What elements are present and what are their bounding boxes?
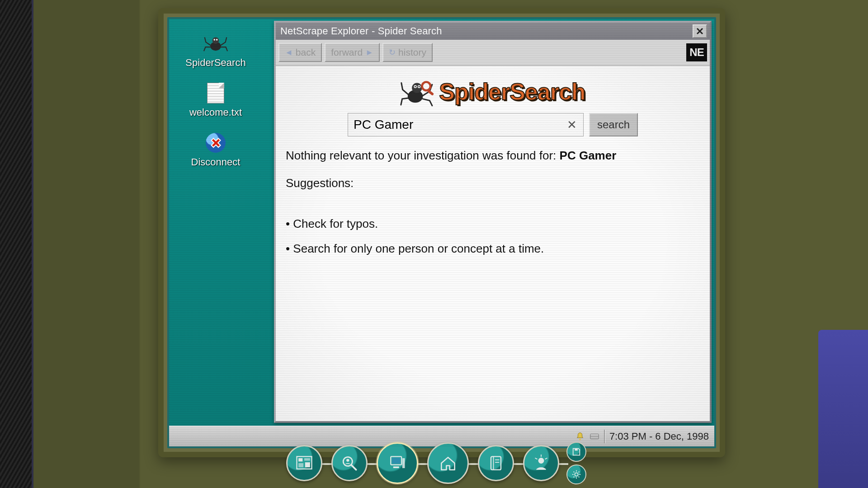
browser-toolbar: ◄ back forward ► ↻ history NE: [276, 40, 710, 66]
computer-icon: [387, 453, 407, 473]
home-icon: [438, 453, 458, 473]
magnifier-person-icon: [340, 453, 359, 473]
floppy-icon: [571, 447, 581, 457]
arrow-left-icon: ◄: [285, 48, 293, 57]
taskbar-clock: 7:03 PM - 6 Dec, 1998: [609, 431, 712, 442]
arrow-right-icon: ►: [365, 48, 373, 57]
nav-computer-button[interactable]: [377, 442, 418, 484]
svg-rect-24: [392, 458, 400, 464]
clear-search-button[interactable]: ✕: [565, 118, 579, 132]
close-icon: ✕: [567, 118, 577, 131]
browser-viewport: SpiderSearch ✕ search Nothin: [276, 66, 710, 421]
svg-rect-26: [402, 458, 405, 468]
spidersearch-wordmark: SpiderSearch: [439, 78, 585, 105]
no-results-message: Nothing relevant to your investigation w…: [286, 148, 700, 163]
gear-icon: [571, 469, 581, 479]
browser-window: NetScrape Explorer - Spider Search ◄ bac…: [274, 21, 712, 423]
desktop-icon-label: welcome.txt: [177, 107, 254, 118]
caseboard-icon: [294, 453, 314, 473]
back-label: back: [296, 47, 316, 58]
search-input[interactable]: [353, 117, 565, 132]
thinking-person-icon: [531, 453, 551, 473]
nav-search-button[interactable]: [331, 445, 368, 481]
svg-point-22: [346, 459, 349, 461]
search-results: Nothing relevant to your investigation w…: [286, 148, 700, 256]
search-box[interactable]: ✕: [348, 113, 584, 136]
svg-line-43: [574, 477, 575, 478]
svg-rect-25: [393, 466, 399, 468]
suggestion-text: Check for typos.: [293, 217, 378, 230]
titlebar[interactable]: NetScrape Explorer - Spider Search: [276, 23, 710, 40]
no-results-prefix: Nothing relevant to your investigation w…: [286, 149, 560, 162]
room-chair-arm: [818, 330, 868, 488]
nav-caseboard-button[interactable]: [286, 445, 322, 481]
history-label: history: [398, 47, 426, 58]
window-title: NetScrape Explorer - Spider Search: [278, 25, 693, 37]
desktop-icon-welcome-txt[interactable]: welcome.txt: [177, 82, 254, 118]
notebook-icon: [486, 453, 506, 473]
desktop-icon-label: Disconnect: [177, 156, 254, 168]
tray-drive-icon[interactable]: [590, 432, 599, 441]
svg-line-21: [352, 465, 356, 470]
svg-point-2: [214, 39, 216, 41]
svg-rect-19: [305, 462, 310, 467]
back-button[interactable]: ◄ back: [278, 43, 322, 62]
crt-monitor: SpiderSearch welcome.txt ✖ Disconnect Ne…: [158, 8, 725, 457]
svg-point-5: [412, 83, 422, 93]
game-nav-dock: [282, 442, 586, 484]
spidersearch-logo: SpiderSearch: [286, 77, 700, 107]
svg-point-1: [212, 38, 219, 44]
svg-point-31: [538, 458, 544, 464]
spider-mascot-icon: [400, 77, 438, 107]
suggestion-item: • Search for only one person or concept …: [286, 241, 700, 256]
svg-line-44: [579, 472, 580, 473]
history-button[interactable]: ↻ history: [382, 43, 433, 62]
svg-rect-16: [298, 458, 302, 461]
svg-line-41: [574, 472, 575, 473]
svg-line-33: [535, 458, 537, 459]
svg-point-3: [216, 39, 218, 41]
tray-separator: [604, 430, 605, 443]
forward-label: forward: [331, 47, 363, 58]
svg-rect-14: [590, 434, 599, 436]
desktop-icon-label: SpiderSearch: [177, 57, 254, 69]
nav-home-button[interactable]: [427, 442, 469, 484]
crt-screen: SpiderSearch welcome.txt ✖ Disconnect Ne…: [167, 17, 716, 448]
nav-settings-button[interactable]: [566, 465, 586, 484]
svg-point-9: [419, 86, 420, 87]
refresh-icon: ↻: [389, 47, 396, 57]
desktop-icon-disconnect[interactable]: ✖ Disconnect: [177, 132, 254, 168]
nav-hint-button[interactable]: [523, 445, 559, 481]
forward-button[interactable]: forward ►: [325, 43, 380, 62]
svg-rect-17: [304, 458, 310, 461]
suggestion-item: • Check for typos.: [286, 216, 700, 231]
svg-point-10: [422, 82, 431, 91]
svg-point-8: [415, 86, 416, 87]
globe-disconnect-icon: ✖: [202, 132, 229, 154]
nav-notebook-button[interactable]: [478, 445, 514, 481]
suggestion-text: Search for only one person or concept at…: [293, 242, 544, 255]
svg-line-42: [579, 477, 580, 478]
svg-rect-27: [491, 456, 501, 469]
svg-line-34: [545, 458, 547, 459]
document-icon: [202, 82, 229, 104]
suggestions-list: • Check for typos. • Search for only one…: [286, 216, 700, 256]
nav-save-button[interactable]: [566, 442, 586, 462]
system-tray: 7:03 PM - 6 Dec, 1998: [575, 430, 712, 443]
browser-logo: NE: [686, 43, 707, 61]
svg-point-36: [575, 473, 578, 476]
svg-rect-35: [575, 449, 577, 451]
room-wall-left: [0, 0, 33, 488]
desktop-icons: SpiderSearch welcome.txt ✖ Disconnect: [177, 33, 263, 182]
desktop-icon-spidersearch[interactable]: SpiderSearch: [177, 33, 254, 69]
spider-icon: [202, 33, 229, 54]
svg-rect-18: [298, 463, 303, 467]
no-results-query: PC Gamer: [560, 149, 617, 162]
dock-mini-buttons: [566, 442, 586, 484]
search-button[interactable]: search: [589, 113, 638, 136]
tray-bell-icon[interactable]: [575, 432, 585, 441]
close-button[interactable]: [693, 24, 707, 38]
os-desktop[interactable]: SpiderSearch welcome.txt ✖ Disconnect Ne…: [169, 19, 714, 446]
close-icon: [696, 28, 703, 35]
svg-point-12: [579, 439, 581, 441]
